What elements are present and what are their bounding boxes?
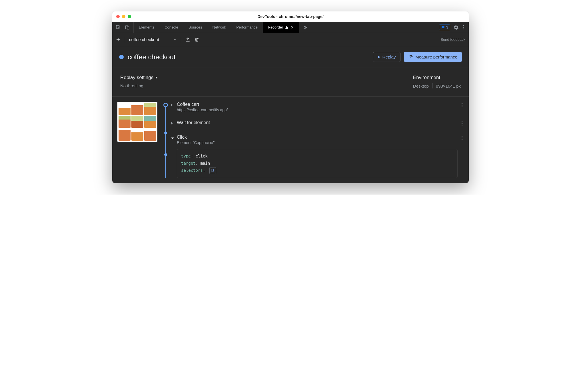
step-row[interactable]: Click Element "Cappucino" type: click ta… xyxy=(171,135,464,178)
recording-title: coffee checkout xyxy=(128,53,176,61)
inspect-element-icon[interactable] xyxy=(116,25,121,30)
tab-console[interactable]: Console xyxy=(159,22,183,33)
settings-row: Replay settings No throttling Environmen… xyxy=(112,68,469,97)
expand-icon[interactable] xyxy=(171,103,174,107)
step-row[interactable]: Wait for element xyxy=(171,120,464,127)
tab-elements[interactable]: Elements xyxy=(134,22,159,33)
tab-network[interactable]: Network xyxy=(207,22,231,33)
code-key: type xyxy=(181,154,191,158)
replay-button[interactable]: Replay xyxy=(373,52,401,62)
code-key: target xyxy=(181,161,196,165)
close-tab-icon[interactable]: ✕ xyxy=(290,25,294,30)
send-feedback-link[interactable]: Send feedback xyxy=(440,37,465,42)
titlebar: DevTools - chrome://new-tab-page/ xyxy=(112,11,469,22)
code-value: click xyxy=(196,154,208,158)
step-menu-icon[interactable] xyxy=(460,135,464,141)
step-title: Wait for element xyxy=(177,120,458,125)
new-recording-button[interactable] xyxy=(116,37,121,42)
chat-icon xyxy=(441,25,445,29)
svg-rect-1 xyxy=(125,26,128,29)
step-details: type: click target: main selectors: xyxy=(177,149,458,178)
recording-header: coffee checkout Replay Measure performan… xyxy=(112,46,469,68)
select-element-button[interactable] xyxy=(209,167,216,174)
environment-viewport: 893×1041 px xyxy=(436,84,461,88)
divider xyxy=(181,37,181,43)
step-menu-icon[interactable] xyxy=(460,120,464,127)
step-subtitle: Element "Cappucino" xyxy=(177,140,458,145)
timeline-node-start xyxy=(163,103,168,107)
minimize-window-button[interactable] xyxy=(122,15,125,18)
divider xyxy=(125,37,125,43)
steps-area: Coffee cart https://coffee-cart.netlify.… xyxy=(112,97,469,183)
tab-sources[interactable]: Sources xyxy=(183,22,207,33)
settings-icon[interactable] xyxy=(454,25,459,30)
chevron-right-icon xyxy=(156,76,157,79)
step-title: Click xyxy=(177,135,458,140)
panel-tabs: Elements Console Sources Network Perform… xyxy=(134,22,299,33)
close-window-button[interactable] xyxy=(116,15,120,18)
recording-name: coffee checkout xyxy=(129,37,159,42)
code-value: main xyxy=(200,161,210,165)
step-menu-icon[interactable] xyxy=(460,102,464,108)
step-title: Coffee cart xyxy=(177,102,458,107)
step-url: https://coffee-cart.netlify.app/ xyxy=(177,108,458,112)
step-row[interactable]: Coffee cart https://coffee-cart.netlify.… xyxy=(171,102,464,112)
more-menu-icon[interactable] xyxy=(462,24,465,31)
environment-device: Desktop xyxy=(413,84,429,88)
measure-performance-button[interactable]: Measure performance xyxy=(404,52,462,62)
svg-point-3 xyxy=(410,57,411,57)
issues-badge[interactable]: 3 xyxy=(439,25,450,30)
inspect-tools xyxy=(112,22,134,33)
collapse-icon[interactable] xyxy=(171,136,174,140)
issues-count: 3 xyxy=(446,25,448,29)
recording-status-dot xyxy=(119,55,124,59)
tabbar-actions: 3 xyxy=(439,24,469,31)
tab-performance[interactable]: Performance xyxy=(231,22,263,33)
tab-recorder[interactable]: Recorder ✕ xyxy=(263,22,299,33)
export-button[interactable] xyxy=(185,37,190,42)
timeline-node xyxy=(164,132,167,134)
expand-icon[interactable] xyxy=(171,121,174,126)
devtools-panel: Elements Console Sources Network Perform… xyxy=(112,22,469,183)
throttling-value: No throttling xyxy=(120,83,157,88)
app-window: DevTools - chrome://new-tab-page/ Elemen… xyxy=(112,11,469,183)
screenshot-thumbnail[interactable] xyxy=(117,102,157,142)
gauge-icon xyxy=(408,55,413,59)
replay-settings-toggle[interactable]: Replay settings xyxy=(120,75,157,80)
environment-label: Environment xyxy=(413,75,461,80)
maximize-window-button[interactable] xyxy=(128,15,131,18)
device-toolbar-icon[interactable] xyxy=(125,25,130,30)
recorder-toolbar: coffee checkout Send feedback xyxy=(112,33,469,46)
traffic-lights xyxy=(116,15,131,18)
window-title: DevTools - chrome://new-tab-page/ xyxy=(112,14,469,19)
main-tabbar: Elements Console Sources Network Perform… xyxy=(112,22,469,33)
delete-button[interactable] xyxy=(194,37,199,42)
flask-icon xyxy=(285,25,289,29)
code-key: selectors xyxy=(181,168,203,173)
overflow-tabs-button[interactable] xyxy=(299,25,312,30)
divider xyxy=(432,83,432,88)
timeline-node xyxy=(164,153,167,156)
timeline: Coffee cart https://coffee-cart.netlify.… xyxy=(163,102,464,178)
play-icon xyxy=(378,56,380,58)
recording-selector[interactable]: coffee checkout xyxy=(129,37,177,42)
chevron-down-icon xyxy=(173,38,177,41)
